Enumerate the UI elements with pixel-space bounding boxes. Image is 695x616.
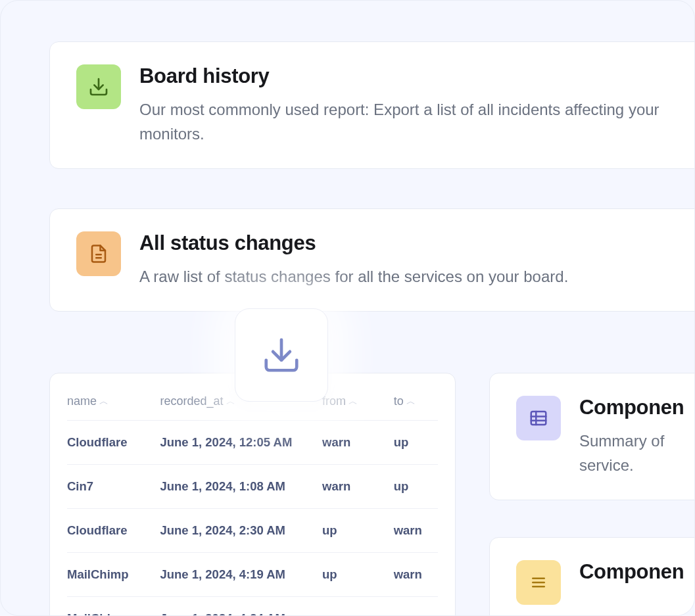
- card-body: All status changes A raw list of status …: [139, 231, 693, 289]
- cell-to: warn: [394, 553, 438, 597]
- sort-icon: ︿: [99, 396, 108, 406]
- sort-icon: ︿: [226, 396, 235, 406]
- status-changes-table: name︿ recorded_at︿ from︿ to︿ CloudflareJ…: [67, 388, 438, 616]
- cell-recorded_at: June 1, 2024, 4:19 AM: [160, 553, 322, 597]
- cell-name: Cin7: [67, 465, 160, 509]
- cell-recorded_at: June 1, 2024, 4:24 AM: [160, 597, 322, 617]
- table-row: MailChimpJune 1, 2024, 4:24 AMwarnup: [67, 597, 438, 617]
- table-icon: [516, 396, 561, 440]
- cell-from: warn: [322, 597, 394, 617]
- card-body: Board history Our most commonly used rep…: [139, 64, 693, 146]
- cell-from: warn: [322, 465, 394, 509]
- card-all-status-changes[interactable]: All status changes A raw list of status …: [49, 208, 695, 312]
- card-body: Componen: [579, 560, 695, 593]
- table-row: CloudflareJune 1, 2024, 12:05 AMwarnup: [67, 421, 438, 465]
- card-description: Summary of service.: [579, 429, 695, 477]
- sort-icon: ︿: [406, 396, 416, 406]
- column-header-from[interactable]: from︿: [322, 388, 394, 421]
- cell-name: MailChimp: [67, 597, 160, 617]
- cell-name: Cloudflare: [67, 509, 160, 553]
- cell-to: up: [394, 465, 438, 509]
- download-icon: [76, 64, 121, 109]
- table-row: CloudflareJune 1, 2024, 2:30 AMupwarn: [67, 509, 438, 553]
- column-header-name[interactable]: name︿: [67, 388, 160, 421]
- sort-icon: ︿: [348, 396, 358, 406]
- svg-rect-4: [531, 412, 546, 425]
- cell-recorded_at: June 1, 2024, 1:08 AM: [160, 465, 322, 509]
- cell-to: up: [394, 597, 438, 617]
- cell-from: warn: [322, 421, 394, 465]
- column-label: to: [394, 394, 404, 408]
- column-label: name: [67, 394, 97, 408]
- column-header-to[interactable]: to︿: [394, 388, 438, 421]
- card-title: Board history: [139, 64, 693, 88]
- column-label: from: [322, 394, 346, 408]
- list-icon: [516, 560, 561, 605]
- cell-from: up: [322, 509, 394, 553]
- download-icon: [261, 335, 302, 375]
- cell-name: MailChimp: [67, 553, 160, 597]
- card-body: Componen Summary of service.: [579, 396, 695, 477]
- card-title: Componen: [579, 560, 695, 584]
- table-row: Cin7June 1, 2024, 1:08 AMwarnup: [67, 465, 438, 509]
- cell-recorded_at: June 1, 2024, 12:05 AM: [160, 421, 322, 465]
- card-description: Our most commonly used report: Export a …: [139, 97, 693, 146]
- card-component-summary[interactable]: Componen Summary of service.: [489, 373, 695, 500]
- card-description: A raw list of status changes for all the…: [139, 264, 693, 289]
- cell-name: Cloudflare: [67, 421, 160, 465]
- column-label: recorded_at: [160, 394, 223, 408]
- status-changes-table-card: name︿ recorded_at︿ from︿ to︿ CloudflareJ…: [49, 373, 456, 616]
- table-row: MailChimpJune 1, 2024, 4:19 AMupwarn: [67, 553, 438, 597]
- viewport: Board history Our most commonly used rep…: [0, 0, 695, 616]
- cell-recorded_at: June 1, 2024, 2:30 AM: [160, 509, 322, 553]
- document-icon: [76, 231, 121, 276]
- cell-from: up: [322, 553, 394, 597]
- card-title: Componen: [579, 396, 695, 419]
- download-button[interactable]: [235, 308, 328, 402]
- cell-to: warn: [394, 509, 438, 553]
- card-title: All status changes: [139, 231, 693, 255]
- card-component-list[interactable]: Componen: [489, 537, 695, 616]
- cell-to: up: [394, 421, 438, 465]
- card-board-history[interactable]: Board history Our most commonly used rep…: [49, 41, 695, 169]
